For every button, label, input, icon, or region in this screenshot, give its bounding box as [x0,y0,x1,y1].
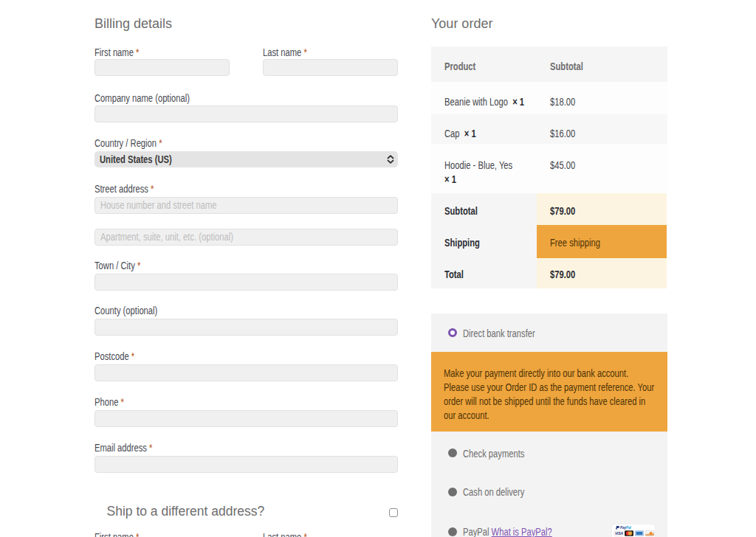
svg-text:VISA: VISA [615,532,624,536]
svg-text:Pal: Pal [626,526,632,530]
